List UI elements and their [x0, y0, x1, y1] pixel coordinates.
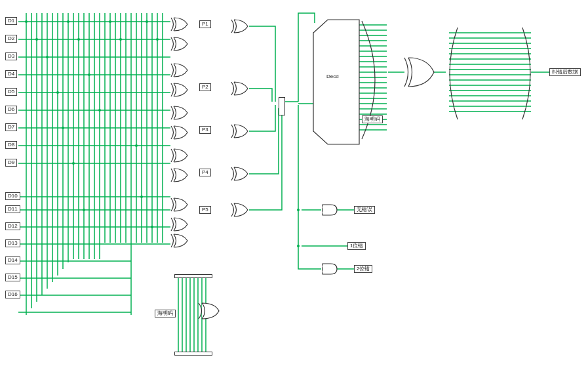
pin-one-bit-error[interactable]: 1位错 — [347, 242, 366, 250]
svg-point-114 — [320, 211, 323, 214]
pin-d4[interactable]: D4 — [5, 70, 17, 78]
xor-gate-s2-3[interactable] — [229, 123, 249, 139]
svg-point-57 — [135, 144, 138, 147]
svg-point-46 — [109, 20, 111, 23]
svg-point-54 — [56, 91, 59, 94]
svg-point-51 — [156, 38, 159, 41]
svg-point-55 — [98, 109, 101, 112]
splitter-out-left[interactable] — [446, 28, 459, 119]
pin-d5[interactable]: D5 — [5, 88, 17, 96]
svg-point-115 — [320, 265, 323, 268]
pin-p5[interactable]: P5 — [199, 206, 211, 214]
xor-gate-s1-3[interactable] — [169, 62, 189, 78]
xor-gate-s1-7[interactable] — [169, 148, 189, 163]
xor-gate-s1-9[interactable] — [169, 197, 189, 213]
xor-gate-s1-1[interactable] — [169, 16, 189, 32]
pin-hamming-out[interactable]: 海明码 — [362, 115, 383, 123]
xor-gate-s1-5[interactable] — [169, 105, 189, 121]
pin-d3[interactable]: D3 — [5, 52, 17, 60]
pin-p4[interactable]: P4 — [199, 169, 211, 176]
pin-corrected-data[interactable]: 纠错后数据 — [549, 68, 581, 76]
svg-point-111 — [297, 209, 300, 211]
splitter-bottom-top[interactable] — [174, 274, 212, 278]
pin-p2[interactable]: P2 — [199, 83, 211, 91]
xor-gate-overall[interactable] — [169, 233, 189, 249]
svg-point-113 — [320, 206, 323, 209]
pin-d15[interactable]: D15 — [5, 274, 20, 281]
xor-gate-s1-2[interactable] — [169, 36, 189, 52]
pin-no-error[interactable]: 无错误 — [354, 206, 375, 214]
pin-d1[interactable]: D1 — [5, 17, 17, 25]
svg-point-112 — [297, 245, 300, 247]
pin-d9[interactable]: D9 — [5, 159, 17, 167]
splitter-out-right[interactable] — [521, 28, 534, 119]
svg-point-56 — [62, 127, 64, 129]
pin-d13[interactable]: D13 — [5, 239, 20, 247]
svg-point-44 — [25, 20, 28, 23]
xor-gate-s1-4[interactable] — [169, 82, 189, 98]
svg-point-47 — [146, 20, 148, 23]
and-gate-noerr[interactable] — [321, 203, 338, 216]
svg-point-52 — [46, 56, 49, 58]
xor-gate-parity-all[interactable] — [197, 302, 220, 320]
svg-point-53 — [88, 73, 90, 76]
splitter-codeword[interactable] — [279, 97, 285, 115]
svg-point-58 — [72, 162, 75, 165]
xor-gate-s2-4[interactable] — [229, 166, 249, 182]
svg-point-48 — [35, 38, 38, 41]
decoder-label: Decd — [326, 73, 339, 79]
svg-point-61 — [151, 226, 153, 228]
svg-point-59 — [140, 195, 143, 198]
pin-d10[interactable]: D10 — [5, 192, 20, 200]
svg-point-60 — [83, 209, 85, 211]
pin-d12[interactable]: D12 — [5, 222, 20, 230]
pin-d7[interactable]: D7 — [5, 123, 17, 131]
pin-hamming-in[interactable]: 海明码 — [155, 310, 176, 317]
and-gate-twoerr[interactable] — [321, 262, 338, 276]
pin-d16[interactable]: D16 — [5, 291, 20, 298]
pin-p1[interactable]: P1 — [199, 20, 211, 28]
xor-gate-correct[interactable] — [402, 56, 435, 88]
xor-gate-s1-6[interactable] — [169, 125, 189, 140]
xor-gate-s2-1[interactable] — [229, 18, 249, 34]
pin-d11[interactable]: D11 — [5, 205, 20, 213]
pin-d14[interactable]: D14 — [5, 256, 20, 264]
wire-layer — [0, 0, 588, 368]
splitter-bottom-bot[interactable] — [174, 352, 212, 356]
pin-p3[interactable]: P3 — [199, 126, 211, 134]
decoder-block[interactable] — [313, 20, 359, 144]
xor-gate-s1-10[interactable] — [169, 216, 189, 232]
pin-d2[interactable]: D2 — [5, 35, 17, 43]
xor-gate-s2-5[interactable] — [229, 202, 249, 218]
svg-point-49 — [77, 38, 80, 41]
svg-point-116 — [320, 270, 323, 273]
svg-point-45 — [67, 20, 69, 23]
xor-gate-s1-8[interactable] — [169, 167, 189, 183]
pin-d8[interactable]: D8 — [5, 141, 17, 149]
pin-two-bit-error[interactable]: 2位错 — [354, 265, 372, 273]
pin-d6[interactable]: D6 — [5, 106, 17, 113]
xor-gate-s2-2[interactable] — [229, 81, 249, 96]
svg-point-50 — [119, 38, 122, 41]
